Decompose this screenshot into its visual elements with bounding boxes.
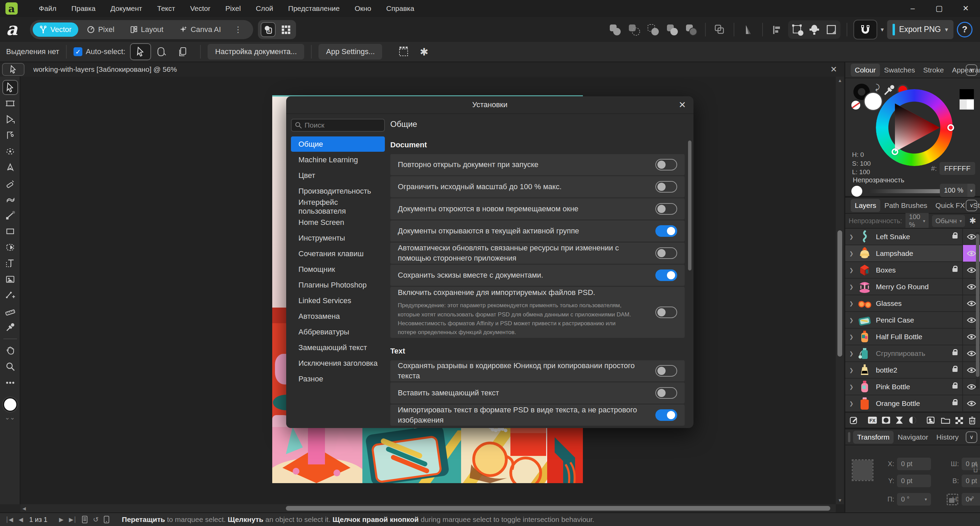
settings-category-сочетания-клавиш[interactable]: Сочетания клавиш [291,246,385,261]
layer-settings-gear-icon[interactable]: ✱ [969,216,976,226]
field-input[interactable]: 0 pt [897,458,931,470]
layer-row-left-snake[interactable]: ❯Left Snake [845,229,980,245]
document-tab-title[interactable]: working-with-layers [Заблокировано] @ 56… [33,65,177,73]
help-button[interactable]: ? [957,22,972,37]
colour-tab-stroke[interactable]: Stroke [919,64,948,76]
lock-icon[interactable] [953,385,958,389]
settings-category-интерфейс-пользователя[interactable]: Интерфейс пользователя [291,199,385,215]
link-dimensions-icon[interactable]: ⊓⊔ [973,463,978,473]
minimize-button[interactable]: – [902,1,924,16]
colour-tab-colour[interactable]: Colour [851,64,880,76]
colour-picker-tool[interactable] [2,320,18,335]
next-page-button[interactable]: ▶ [59,516,63,523]
toggle-switch[interactable] [655,365,677,377]
settings-category-инструменты[interactable]: Инструменты [291,230,385,246]
layer-expand-chevron[interactable]: ❯ [845,334,858,340]
transform-box-icon[interactable] [789,22,805,37]
settings-category-machine-learning[interactable]: Machine Learning [291,152,385,167]
transform-origin-chevron[interactable]: ▾ [969,496,972,503]
select-cursor-mode-button[interactable] [130,43,151,60]
layer-row-bottle2[interactable]: ❯bottle2 [845,362,980,379]
transform-drag-grip[interactable] [848,432,850,442]
settings-category-автозамена[interactable]: Автозамена [291,308,385,324]
layer-expand-chevron[interactable]: ❯ [845,300,858,307]
layers-tab-layers[interactable]: Layers [851,199,880,212]
layer-name[interactable]: Half Full Bottle [876,333,962,341]
lock-icon[interactable] [953,368,958,372]
no-colour-swatch[interactable] [851,101,860,110]
layer-expand-chevron[interactable]: ❯ [845,400,858,407]
transform-crop-icon[interactable] [824,22,839,37]
auto-select-checkbox[interactable]: ✓ [73,47,82,56]
anchor-point-selector[interactable] [853,460,872,480]
colour-panel-menu-chevron[interactable]: ∨ [966,64,977,76]
settings-gear-icon[interactable]: ✱ [416,44,432,60]
last-page-button[interactable]: ▶⏐ [69,516,77,523]
close-button[interactable]: ✕ [955,1,977,16]
power-duplicate-icon[interactable] [712,22,727,37]
new-group-folder-icon[interactable] [941,415,950,425]
scroll-left-arrow[interactable]: ◀ [22,506,26,511]
menu-item-слой[interactable]: Слой [250,2,279,14]
boolean-add-icon[interactable] [607,22,623,37]
prev-page-button[interactable]: ◀ [19,516,23,523]
adjustment-hourglass-icon[interactable] [895,415,904,425]
opacity-colour-knob[interactable] [851,186,862,197]
menu-item-pixel[interactable]: Pixel [219,2,247,14]
lock-icon[interactable] [953,402,958,405]
alignment-icon[interactable] [769,22,785,37]
layers-scrollbar[interactable] [976,232,979,389]
rotate-view-icon[interactable]: ↺ [93,515,99,524]
fx-icon[interactable]: FX [868,415,877,425]
active-colour-well[interactable] [3,397,18,412]
layers-tab-quick-fx[interactable]: Quick FX [931,199,969,212]
pencil-tool[interactable] [2,176,18,191]
contour-tool[interactable] [2,288,18,303]
persona-overflow-kebab-icon[interactable]: ⋮ [230,25,247,34]
settings-category-производительность[interactable]: Производительность [291,183,385,199]
vertical-scroll-thumb[interactable] [837,230,842,357]
layer-expand-chevron[interactable]: ❯ [845,384,858,390]
menu-item-документ[interactable]: Документ [105,2,148,14]
layer-expand-chevron[interactable]: ❯ [845,284,858,290]
rectangle-tool[interactable] [2,224,18,239]
layer-visibility-toggle[interactable] [962,395,980,412]
boolean-combine-icon[interactable] [683,22,699,37]
layer-row-merry-go-round[interactable]: ❯Merry Go Round [845,279,980,295]
field-dropdown[interactable]: 0 °▾ [897,493,931,505]
opacity-slider[interactable] [868,189,946,193]
toggle-switch[interactable] [655,225,677,237]
snapping-button[interactable] [853,20,877,40]
field-input[interactable]: 0 pt [962,475,980,487]
transform-panel-menu-chevron[interactable]: ∨ [966,431,977,443]
lock-icon[interactable] [953,268,958,272]
transform-tab-navigator[interactable]: Navigator [894,431,932,444]
persona-tab-layout[interactable]: Layout [123,22,170,37]
settings-category-linked-services[interactable]: Linked Services [291,293,385,308]
device-preview-icon[interactable] [103,515,110,524]
measure-tool[interactable] [2,304,18,319]
menu-item-текст[interactable]: Текст [151,2,181,14]
studio-grid-button[interactable] [278,22,293,37]
toggle-switch[interactable] [655,387,677,399]
maximize-button[interactable]: ▢ [928,1,950,16]
export-dropdown-chevron[interactable]: ▾ [945,26,948,33]
edit-layer-icon[interactable] [850,415,858,425]
tab-cursor-icon[interactable] [2,63,24,76]
settings-category-замещающий-текст[interactable]: Замещающий текст [291,340,385,355]
zoom-tool[interactable] [2,359,18,374]
layer-name[interactable]: Glasses [876,299,962,308]
transparency-checker-icon[interactable] [955,415,964,425]
canvas-vertical-scrollbar[interactable]: ▲ ▼ [836,76,844,504]
layer-expand-chevron[interactable]: ❯ [845,267,858,273]
layer-name[interactable]: Pencil Case [876,316,962,324]
settings-category-общие[interactable]: Общие [291,137,385,152]
layer-name[interactable]: Lampshade [876,249,962,257]
toggle-switch[interactable] [655,181,677,192]
transform-tab-history[interactable]: History [932,431,963,444]
gradient-icon[interactable] [740,22,756,37]
settings-category-исключения-заголовка[interactable]: Исключения заголовка [291,356,385,371]
layer-expand-chevron[interactable]: ❯ [845,234,858,240]
select-object-mode-button[interactable] [151,43,172,60]
layer-expand-chevron[interactable]: ❯ [845,250,858,257]
